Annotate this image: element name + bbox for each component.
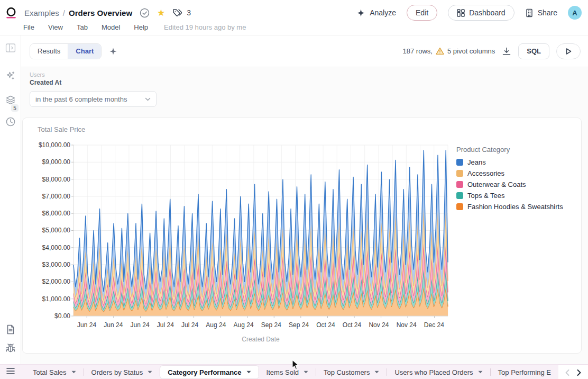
dashboard-button[interactable]: Dashboard <box>448 5 514 21</box>
tab-top-performing[interactable]: Top Performing E <box>491 365 558 379</box>
tab-label: Top Customers <box>324 368 370 376</box>
app-header: Examples / Orders Overview ★ 3 <box>0 0 588 35</box>
chart-ai-sparkle-icon[interactable] <box>109 47 117 56</box>
x-axis-labels: Jun 24 Jun 24 Jun 24 Jul 24 Jul 24 Aug 2… <box>74 321 448 329</box>
x-tick-label: Sep 24 <box>261 321 281 329</box>
page-title: Orders Overview <box>69 8 132 17</box>
legend-item-tops[interactable]: Tops & Tees <box>456 192 581 200</box>
tabs-row: Total Sales Orders by Status Category Pe… <box>25 365 558 379</box>
tab-chart[interactable]: Chart <box>68 44 101 59</box>
verified-check-icon[interactable] <box>140 8 150 18</box>
y-tick-label: $0.00 <box>54 312 70 320</box>
tab-results[interactable]: Results <box>30 44 68 59</box>
menu-help[interactable]: Help <box>134 23 148 31</box>
menu-file[interactable]: File <box>23 23 34 31</box>
x-tick-label: Nov 24 <box>369 321 389 329</box>
analyze-button[interactable]: Analyze <box>356 8 396 17</box>
avatar[interactable]: A <box>568 6 582 20</box>
x-tick-label: Jun 24 <box>104 321 123 329</box>
filter-block: Users Created At in the past 6 complete … <box>30 71 157 107</box>
chevron-down-icon <box>304 371 308 374</box>
layers-badge: 5 <box>11 104 19 112</box>
chevron-down-icon <box>148 371 152 374</box>
tab-users-who-placed-orders[interactable]: Users who Placed Orders <box>387 365 490 379</box>
share-label: Share <box>538 8 557 17</box>
next-tabs-chevron-icon[interactable] <box>577 369 581 376</box>
legend-title: Product Category <box>456 146 581 154</box>
tag-count: 3 <box>187 8 191 17</box>
x-tick-label: Jul 24 <box>181 321 198 329</box>
rows-count: 187 rows, <box>403 47 433 55</box>
legend-label: Tops & Tees <box>467 192 505 200</box>
x-tick-label: Jun 24 <box>131 321 150 329</box>
chart-card: Total Sale Price $10,000.00 $9,000.00 $8… <box>22 118 582 354</box>
history-clock-icon[interactable] <box>5 116 16 127</box>
play-icon <box>565 48 572 55</box>
dashboard-tabbar: Total Sales Orders by Status Category Pe… <box>0 364 588 379</box>
tab-chart-label: Chart <box>76 47 94 55</box>
stacked-area-chart[interactable] <box>74 145 448 318</box>
tab-menu-icon[interactable] <box>6 367 15 375</box>
x-tick-label: Aug 24 <box>206 321 226 329</box>
app-logo-icon[interactable] <box>5 7 17 19</box>
run-query-button[interactable] <box>556 43 581 59</box>
warning-icon <box>436 47 444 55</box>
analyze-sparkle-icon <box>356 8 365 17</box>
chevron-down-icon <box>374 371 379 374</box>
query-toolbar: Results Chart 187 rows, 5 pivot columns <box>21 35 588 67</box>
legend-swatch <box>456 170 463 177</box>
tab-category-performance[interactable]: Category Performance <box>160 366 258 378</box>
filter-field-label: Created At <box>30 79 157 86</box>
edit-button[interactable]: Edit <box>407 5 437 21</box>
menu-bar: File View Tab Model Help Edited 19 hours… <box>23 22 246 32</box>
chart-title: Total Sale Price <box>38 125 85 133</box>
breadcrumb-separator: / <box>63 8 65 17</box>
x-tick-label: Oct 24 <box>316 321 335 329</box>
dashboard-grid-icon <box>457 9 465 17</box>
prev-tabs-chevron-icon[interactable] <box>565 369 569 376</box>
legend-item-accessories[interactable]: Accessories <box>456 169 581 177</box>
sql-button[interactable]: SQL <box>518 43 549 59</box>
document-icon[interactable] <box>6 324 15 335</box>
favorite-star-icon[interactable]: ★ <box>157 8 165 17</box>
y-tick-label: $5,000.00 <box>42 227 70 234</box>
panel-toggle-icon[interactable] <box>5 43 15 52</box>
x-tick-label: Aug 24 <box>234 321 254 329</box>
legend-swatch <box>456 203 463 210</box>
legend-label: Jeans <box>467 158 486 166</box>
menu-tab[interactable]: Tab <box>77 23 88 31</box>
bug-icon[interactable] <box>5 344 15 354</box>
legend-label: Accessories <box>467 169 504 177</box>
tab-total-sales[interactable]: Total Sales <box>25 365 84 379</box>
legend-item-outerwear[interactable]: Outerwear & Coats <box>456 181 581 188</box>
layers-icon[interactable] <box>5 95 16 105</box>
date-filter-select[interactable]: in the past 6 complete months <box>30 91 157 107</box>
menu-view[interactable]: View <box>48 23 63 31</box>
download-icon[interactable] <box>502 47 511 56</box>
x-tick-label: Dec 24 <box>424 321 444 329</box>
main-content: Users Created At in the past 6 complete … <box>21 67 588 364</box>
tab-label: Top Performing E <box>498 368 551 376</box>
x-tick-label: Jul 24 <box>157 321 174 329</box>
legend-item-jeans[interactable]: Jeans <box>456 158 581 166</box>
share-button[interactable]: Share <box>525 8 557 17</box>
legend-swatch <box>456 159 463 166</box>
edit-label: Edit <box>416 8 428 17</box>
breadcrumb: Examples / Orders Overview <box>24 8 132 17</box>
dashboard-label: Dashboard <box>469 8 506 17</box>
ai-sparkle-icon[interactable] <box>5 70 16 81</box>
legend-item-hoodies[interactable]: Fashion Hoodies & Sweatshirts <box>456 203 581 211</box>
chevron-down-icon <box>71 371 76 374</box>
tab-orders-by-status[interactable]: Orders by Status <box>84 365 160 379</box>
tags-icon[interactable] <box>172 8 182 17</box>
breadcrumb-parent[interactable]: Examples <box>24 8 59 17</box>
tab-top-customers[interactable]: Top Customers <box>316 365 387 379</box>
filter-group-label: Users <box>30 71 157 78</box>
legend-label: Fashion Hoodies & Sweatshirts <box>467 203 563 211</box>
view-switch: Results Chart <box>30 43 102 59</box>
menu-model[interactable]: Model <box>102 23 120 31</box>
x-tick-label: Jun 24 <box>77 321 96 329</box>
x-tick-label: Sep 24 <box>289 321 309 329</box>
tab-items-sold[interactable]: Items Sold <box>259 365 316 379</box>
date-filter-value: in the past 6 complete months <box>35 95 127 103</box>
